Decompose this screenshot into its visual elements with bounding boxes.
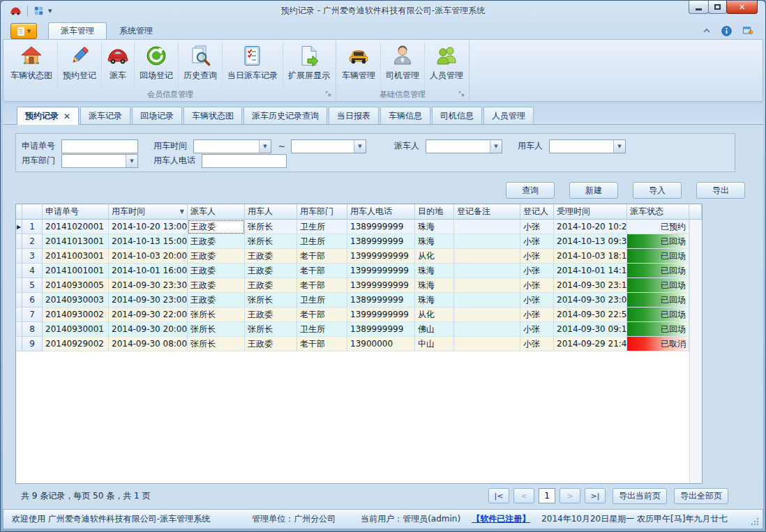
table-cell[interactable]: 2014-10-13 09:34 bbox=[554, 234, 627, 249]
table-cell[interactable]: 王政委 bbox=[245, 307, 297, 322]
table-cell[interactable]: 王政委 bbox=[245, 264, 297, 278]
car-user-combo[interactable]: ▼ bbox=[549, 139, 626, 153]
table-cell[interactable]: 2014-10-01 16:00 bbox=[109, 264, 188, 278]
table-cell[interactable]: 张所长 bbox=[188, 322, 245, 337]
column-header[interactable]: 用车人电话 bbox=[347, 204, 415, 220]
table-cell[interactable]: 珠海 bbox=[415, 278, 454, 293]
ribbon-tab[interactable]: 派车管理 bbox=[48, 22, 107, 39]
table-cell[interactable] bbox=[454, 234, 520, 249]
table-cell[interactable] bbox=[454, 293, 520, 307]
table-cell[interactable]: 小张 bbox=[520, 249, 554, 264]
table-cell[interactable]: 卫生所 bbox=[297, 293, 347, 307]
table-cell[interactable]: 1389999999 bbox=[347, 293, 415, 307]
table-cell[interactable]: 从化 bbox=[415, 249, 454, 264]
table-cell[interactable]: 2014-10-03 20:00 bbox=[109, 249, 188, 264]
table-cell[interactable]: 20140930005 bbox=[43, 278, 109, 293]
table-cell[interactable]: 2014-09-30 20:00 bbox=[109, 322, 188, 337]
table-cell[interactable] bbox=[454, 278, 520, 293]
dispatcher-combo[interactable]: ▼ bbox=[426, 139, 502, 153]
application-menu-button[interactable]: ▼ bbox=[10, 23, 37, 39]
table-cell[interactable]: 老干部 bbox=[297, 278, 347, 293]
table-cell[interactable]: 20140930003 bbox=[43, 293, 109, 307]
chevron-down-icon[interactable]: ▼ bbox=[613, 140, 625, 153]
table-row[interactable]: 8201409300012014-09-30 20:00张所长张所长卫生所138… bbox=[16, 322, 702, 337]
table-cell[interactable]: 2014-09-30 22:00 bbox=[109, 307, 188, 322]
table-cell[interactable]: 小张 bbox=[520, 278, 554, 293]
table-cell[interactable] bbox=[454, 220, 520, 234]
table-cell[interactable]: 中山 bbox=[415, 337, 454, 351]
document-tab[interactable]: 当日报表 bbox=[329, 107, 379, 124]
table-cell[interactable]: 从化 bbox=[415, 307, 454, 322]
column-header[interactable]: 用车部门 bbox=[297, 204, 347, 220]
table-cell[interactable]: 珠海 bbox=[415, 264, 454, 278]
column-header[interactable]: 登记备注 bbox=[454, 204, 520, 220]
document-tab[interactable]: 回场记录 bbox=[132, 107, 182, 124]
collapse-ribbon-icon[interactable] bbox=[703, 28, 711, 33]
table-cell[interactable]: 小张 bbox=[520, 322, 554, 337]
status-cell[interactable]: 已回场 bbox=[627, 249, 689, 264]
table-cell[interactable]: 佛山 bbox=[415, 322, 454, 337]
chevron-down-icon[interactable]: ▼ bbox=[490, 140, 502, 153]
dialog-launcher-icon[interactable] bbox=[325, 91, 333, 98]
table-cell[interactable]: 王政委 bbox=[188, 234, 245, 249]
chevron-down-icon[interactable]: ▼ bbox=[259, 140, 271, 153]
table-cell[interactable]: 2014-09-30 23:00 bbox=[109, 293, 188, 307]
table-cell[interactable]: 1389999999 bbox=[347, 234, 415, 249]
quick-access-layout-icon[interactable] bbox=[33, 6, 44, 16]
document-tab[interactable]: 车辆信息 bbox=[380, 107, 430, 124]
table-row[interactable]: ▶1201410200012014-10-20 13:00王政委张所长卫生所13… bbox=[16, 220, 702, 234]
table-cell[interactable]: 2014-09-30 23:05 bbox=[554, 293, 627, 307]
table-cell[interactable]: 张所长 bbox=[245, 293, 297, 307]
status-cell[interactable]: 已回场 bbox=[627, 322, 689, 337]
table-cell[interactable]: 老干部 bbox=[297, 337, 347, 351]
use-time-from-combo-input[interactable] bbox=[194, 140, 259, 153]
table-cell[interactable]: 王政委 bbox=[188, 220, 245, 234]
status-cell[interactable]: 已回场 bbox=[627, 278, 689, 293]
chevron-down-icon[interactable]: ▼ bbox=[126, 155, 137, 167]
table-row[interactable]: 3201410030012014-10-03 20:00王政委王政委老干部139… bbox=[16, 249, 702, 264]
apply-no-input[interactable] bbox=[61, 139, 138, 153]
table-cell[interactable]: 2014-10-20 10:24 bbox=[554, 220, 627, 234]
table-cell[interactable]: 张所长 bbox=[245, 234, 297, 249]
document-tab[interactable]: 人员管理 bbox=[483, 107, 534, 124]
import-button[interactable]: 导入 bbox=[633, 182, 682, 199]
previous-page-button[interactable]: < bbox=[513, 488, 534, 503]
table-cell[interactable]: 小张 bbox=[520, 293, 554, 307]
document-tab[interactable]: 车辆状态图 bbox=[183, 107, 242, 124]
new-button[interactable]: 新建 bbox=[569, 182, 618, 199]
table-cell[interactable]: 珠海 bbox=[415, 293, 454, 307]
column-header[interactable]: 派车状态 bbox=[627, 204, 689, 220]
ribbon-button[interactable]: 预约登记 bbox=[58, 41, 102, 89]
first-page-button[interactable]: |< bbox=[488, 488, 509, 503]
document-tab[interactable]: 派车历史记录查询 bbox=[243, 107, 327, 124]
table-cell[interactable]: 王政委 bbox=[245, 278, 297, 293]
dialog-launcher-icon[interactable] bbox=[458, 91, 466, 98]
info-icon[interactable] bbox=[721, 26, 732, 36]
table-cell[interactable] bbox=[454, 249, 520, 264]
table-cell[interactable]: 王政委 bbox=[245, 337, 297, 351]
table-cell[interactable]: 卫生所 bbox=[297, 322, 347, 337]
table-cell[interactable]: 2014-09-29 21:47 bbox=[554, 337, 627, 351]
table-cell[interactable]: 老干部 bbox=[297, 249, 347, 264]
status-cell[interactable]: 已回场 bbox=[627, 307, 689, 322]
table-cell[interactable]: 小张 bbox=[520, 264, 554, 278]
column-header[interactable]: 目的地 bbox=[415, 204, 454, 220]
column-header[interactable]: 用车时间▼ bbox=[109, 204, 188, 220]
table-cell[interactable]: 小张 bbox=[520, 337, 554, 351]
use-time-from-combo[interactable]: ▼ bbox=[193, 139, 271, 153]
ribbon-button[interactable]: 车辆管理 bbox=[337, 41, 381, 89]
table-cell[interactable]: 2014-09-30 22:59 bbox=[554, 307, 627, 322]
maximize-button[interactable] bbox=[708, 1, 727, 14]
switch-window-icon[interactable] bbox=[742, 25, 753, 36]
table-cell[interactable]: 2014-10-13 15:00 bbox=[109, 234, 188, 249]
ribbon-button[interactable]: 司机管理 bbox=[381, 41, 425, 89]
next-page-button[interactable]: > bbox=[560, 488, 580, 503]
table-row[interactable]: 7201409300022014-09-30 22:00张所长王政委老干部139… bbox=[16, 307, 702, 322]
table-cell[interactable]: 老干部 bbox=[297, 264, 347, 278]
table-cell[interactable]: 20141020001 bbox=[43, 220, 109, 234]
ribbon-button[interactable]: 回场登记 bbox=[135, 41, 179, 89]
table-cell[interactable]: 20141001001 bbox=[43, 264, 109, 278]
quick-access-dropdown-icon[interactable]: ▼ bbox=[48, 8, 52, 14]
use-time-to-combo[interactable]: ▼ bbox=[291, 139, 366, 153]
status-cell[interactable]: 已回场 bbox=[627, 264, 689, 278]
